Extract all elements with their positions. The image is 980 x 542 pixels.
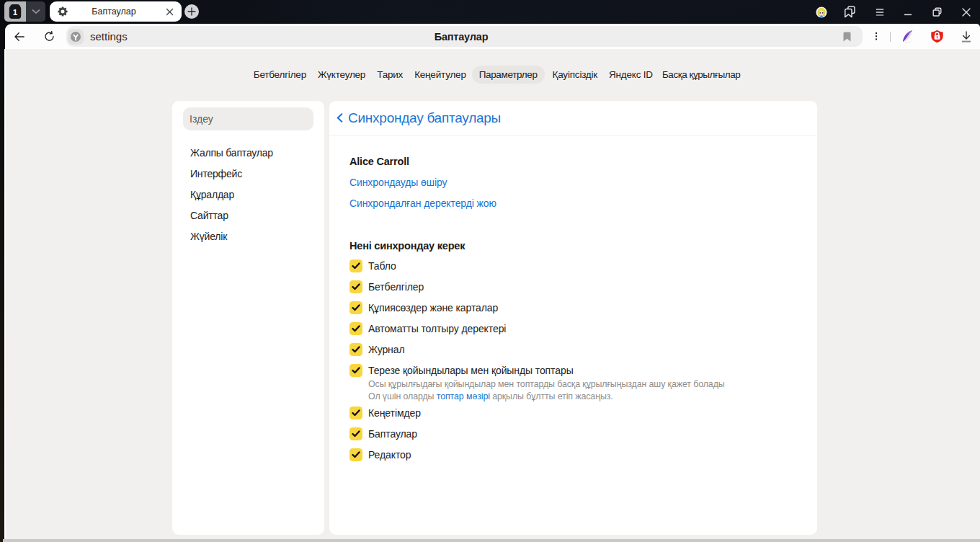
svg-text:1: 1 xyxy=(13,8,18,17)
